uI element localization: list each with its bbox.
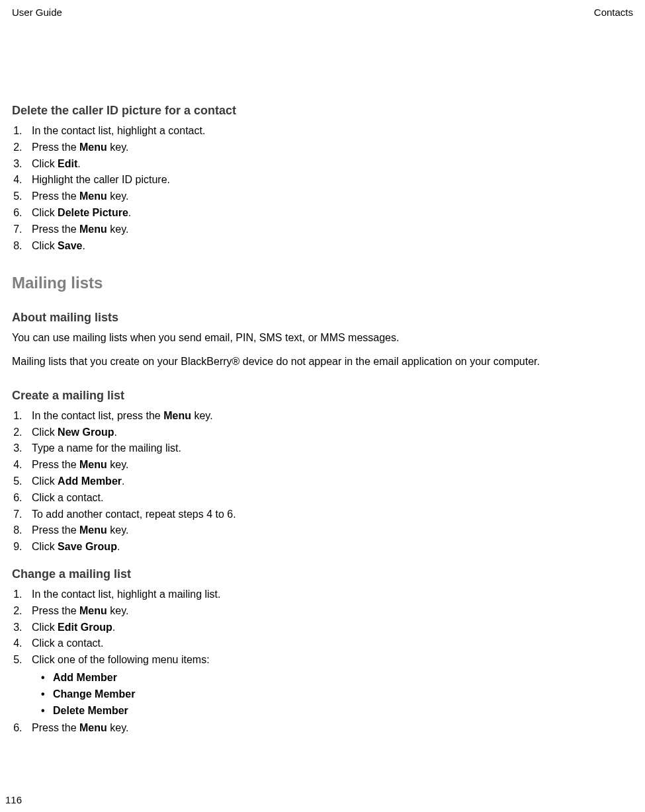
change-mailing-list-bullets: Add Member Change Member Delete Member bbox=[32, 670, 633, 719]
about-mailing-lists-p2: Mailing lists that you create on your Bl… bbox=[12, 354, 633, 369]
page-number: 116 bbox=[5, 794, 22, 805]
step: Highlight the caller ID picture. bbox=[25, 172, 633, 188]
section-mailing-lists-title: Mailing lists bbox=[12, 274, 633, 292]
delete-caller-id-steps: In the contact list, highlight a contact… bbox=[12, 123, 633, 254]
step: Click Delete Picture. bbox=[25, 205, 633, 222]
step: Press the Menu key. bbox=[25, 140, 633, 156]
step: To add another contact, repeat steps 4 t… bbox=[25, 507, 633, 523]
header-left: User Guide bbox=[12, 7, 62, 18]
page: User Guide Contacts Delete the caller ID… bbox=[0, 0, 645, 812]
page-header: User Guide Contacts bbox=[12, 7, 633, 18]
topic-change-mailing-list-title: Change a mailing list bbox=[12, 567, 633, 581]
bullet-item: Delete Member bbox=[41, 703, 633, 719]
step: Press the Menu key. bbox=[25, 720, 633, 737]
create-mailing-list-steps: In the contact list, press the Menu key.… bbox=[12, 408, 633, 555]
step: Click Save Group. bbox=[25, 539, 633, 555]
about-mailing-lists-p1: You can use mailing lists when you send … bbox=[12, 330, 633, 345]
step: Click a contact. bbox=[25, 635, 633, 652]
step: In the contact list, highlight a contact… bbox=[25, 123, 633, 140]
page-content: Delete the caller ID picture for a conta… bbox=[12, 104, 633, 737]
step: Click Save. bbox=[25, 238, 633, 255]
step: Type a name for the mailing list. bbox=[25, 440, 633, 457]
step: Click a contact. bbox=[25, 490, 633, 507]
step: Click New Group. bbox=[25, 425, 633, 441]
step: In the contact list, press the Menu key. bbox=[25, 408, 633, 425]
step: Click Add Member. bbox=[25, 473, 633, 490]
topic-create-mailing-list-title: Create a mailing list bbox=[12, 389, 633, 403]
step: Press the Menu key. bbox=[25, 603, 633, 620]
step: In the contact list, highlight a mailing… bbox=[25, 587, 633, 603]
change-mailing-list-steps: In the contact list, highlight a mailing… bbox=[12, 587, 633, 737]
step: Press the Menu key. bbox=[25, 457, 633, 473]
step: Press the Menu key. bbox=[25, 222, 633, 238]
step: Press the Menu key. bbox=[25, 522, 633, 539]
step: Click Edit Group. bbox=[25, 620, 633, 636]
header-right: Contacts bbox=[594, 7, 633, 18]
topic-about-mailing-lists-title: About mailing lists bbox=[12, 311, 633, 325]
topic-delete-caller-id-title: Delete the caller ID picture for a conta… bbox=[12, 104, 633, 118]
bullet-item: Change Member bbox=[41, 686, 633, 703]
bullet-item: Add Member bbox=[41, 670, 633, 686]
step: Press the Menu key. bbox=[25, 188, 633, 205]
step: Click Edit. bbox=[25, 156, 633, 173]
step: Click one of the following menu items: A… bbox=[25, 652, 633, 719]
